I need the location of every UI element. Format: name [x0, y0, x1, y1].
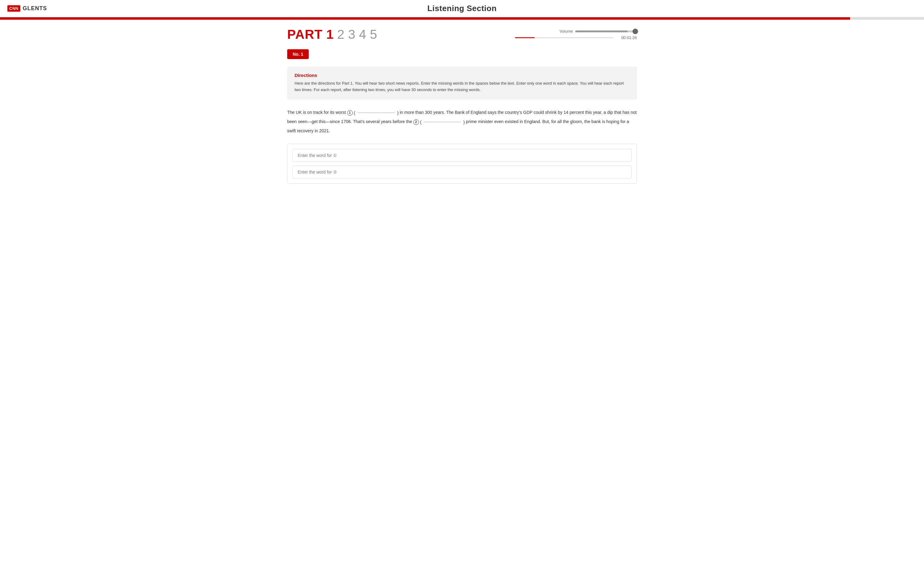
- answer-input-2[interactable]: [292, 166, 632, 178]
- volume-slider-thumb[interactable]: [633, 28, 638, 34]
- blank2-marker: 2 ( ): [413, 118, 465, 126]
- part-num-1[interactable]: 1: [326, 27, 333, 42]
- blank2-paren-close: ): [463, 118, 465, 126]
- volume-row: Volume: [560, 29, 637, 33]
- volume-slider-fill: [575, 30, 628, 32]
- blank1-paren-close: ): [397, 109, 399, 117]
- answer-input-1[interactable]: [292, 149, 632, 162]
- part-num-3[interactable]: 3: [348, 27, 355, 42]
- volume-label: Volume: [560, 29, 573, 33]
- blank1-marker: 1 ( ): [347, 109, 399, 117]
- answer-input-row-2: [292, 166, 632, 178]
- playback-fill: [515, 37, 535, 38]
- progress-bar-container: [0, 17, 924, 20]
- directions-text: Here are the directions for Part 1. You …: [294, 80, 630, 93]
- playback-row: 00:01:26: [515, 35, 637, 40]
- blank1-paren-open: (: [354, 109, 356, 117]
- passage-text: The UK is on track for its worst 1 ( ) i…: [287, 108, 637, 135]
- playback-track[interactable]: [515, 37, 614, 38]
- part-num-2[interactable]: 2: [338, 27, 344, 42]
- blank2-circle: 2: [413, 119, 419, 125]
- page-title: Listening Section: [427, 4, 496, 13]
- part-num-4[interactable]: 4: [359, 27, 366, 42]
- answer-input-row-1: [292, 149, 632, 162]
- part-nav-row: PART 1 2 3 4 5 Volume 00:01:26: [287, 27, 637, 42]
- blank2-space: [424, 122, 461, 122]
- cnn-logo: CNN: [8, 5, 20, 12]
- question-number-button[interactable]: No. 1: [287, 49, 309, 59]
- part-label: PART: [287, 27, 322, 42]
- part-num-5[interactable]: 5: [370, 27, 377, 42]
- passage-text-before-blank1: The UK is on track for its worst: [287, 110, 346, 115]
- app-header: CNN GLENTS Listening Section: [0, 0, 924, 17]
- progress-bar-fill: [0, 17, 850, 20]
- audio-controls: Volume 00:01:26: [515, 29, 637, 40]
- main-content: PART 1 2 3 4 5 Volume 00:01:26: [278, 20, 646, 191]
- blank1-circle: 1: [347, 110, 353, 116]
- blank1-space: [358, 112, 394, 113]
- directions-title: Directions: [294, 73, 630, 78]
- answer-box: [287, 144, 637, 184]
- directions-box: Directions Here are the directions for P…: [287, 66, 637, 99]
- time-display: 00:01:26: [618, 35, 637, 40]
- volume-slider[interactable]: [575, 30, 637, 32]
- logo-area: CNN GLENTS: [8, 5, 47, 12]
- blank2-paren-open: (: [420, 118, 422, 126]
- brand-name: GLENTS: [23, 5, 47, 12]
- part-navigation: PART 1 2 3 4 5: [287, 27, 377, 42]
